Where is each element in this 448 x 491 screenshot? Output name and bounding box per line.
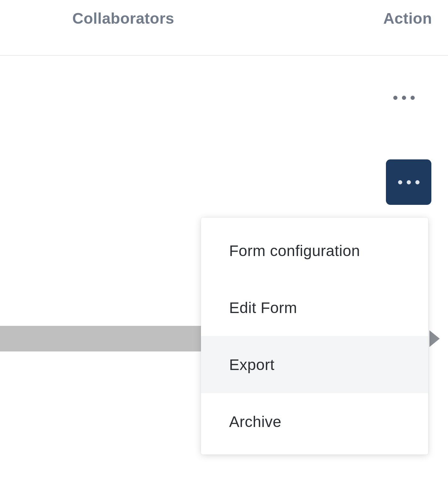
scroll-right-icon[interactable] (429, 330, 440, 347)
row-actions-button[interactable] (388, 88, 419, 107)
more-horizontal-icon (407, 180, 411, 184)
table-header-row: Collaborators Action (0, 0, 448, 56)
menu-item-edit-form[interactable]: Edit Form (201, 279, 428, 336)
menu-item-export[interactable]: Export (201, 336, 428, 393)
menu-item-form-configuration[interactable]: Form configuration (201, 218, 428, 279)
more-horizontal-icon (393, 96, 397, 100)
horizontal-scrollbar-thumb[interactable] (0, 326, 202, 351)
row-actions-menu: Form configuration Edit Form Export Arch… (201, 218, 428, 455)
column-header-collaborators[interactable]: Collaborators (72, 10, 174, 27)
column-header-action[interactable]: Action (383, 10, 432, 27)
row-actions-button-active[interactable] (386, 159, 431, 205)
menu-item-archive[interactable]: Archive (201, 393, 428, 455)
horizontal-scrollbar[interactable] (0, 326, 202, 351)
more-horizontal-icon (398, 180, 402, 184)
more-horizontal-icon (402, 96, 406, 100)
more-horizontal-icon (415, 180, 420, 184)
more-horizontal-icon (411, 96, 415, 100)
